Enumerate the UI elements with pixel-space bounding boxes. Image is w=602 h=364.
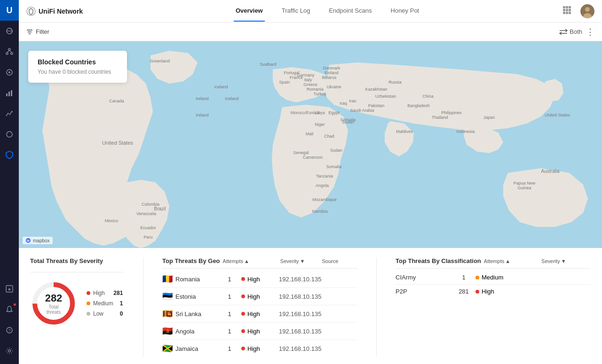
high-dot — [87, 291, 90, 295]
class-severity-sort-icon: ▼ — [561, 258, 566, 264]
svg-rect-19 — [563, 6, 565, 8]
svg-text:Spain: Spain — [279, 80, 290, 85]
svg-text:★: ★ — [8, 287, 11, 292]
svg-text:Tanzania: Tanzania — [316, 174, 333, 178]
low-dot — [87, 312, 90, 316]
class-attempts-header[interactable]: Attempts ▲ — [484, 258, 510, 264]
tab-traffic-log[interactable]: Traffic Log — [280, 0, 312, 22]
medium-dot — [87, 302, 90, 305]
filter-button[interactable]: Filter — [26, 28, 49, 35]
svg-text:Morocco: Morocco — [291, 110, 307, 115]
svg-text:Germany: Germany — [297, 73, 315, 77]
svg-text:Iraq: Iraq — [340, 101, 347, 106]
total-count: 282 — [42, 292, 65, 304]
tab-endpoint-scans[interactable]: Endpoint Scans — [327, 0, 373, 22]
severity-dot — [241, 347, 245, 350]
class-attempts-sort-icon: ▲ — [505, 258, 510, 264]
attempts-val: 1 — [218, 345, 241, 352]
direction-label: Both — [570, 28, 582, 35]
svg-text:Senegal: Senegal — [293, 150, 309, 155]
svg-text:Australia: Australia — [541, 169, 560, 174]
country-name: Angola — [175, 328, 218, 335]
attempts-sort-icon: ▲ — [244, 258, 249, 264]
svg-text:Finland: Finland — [325, 70, 339, 75]
svg-rect-25 — [563, 12, 565, 14]
high-label: High — [93, 290, 107, 296]
geo-title: Top Threats By Geo — [162, 257, 220, 264]
sidebar-item-analytics[interactable] — [0, 104, 19, 123]
sidebar-item-alerts[interactable] — [0, 125, 19, 144]
sidebar-item-devices[interactable] — [0, 63, 19, 82]
more-options-button[interactable]: ⋮ — [586, 27, 594, 37]
sidebar-item-back[interactable] — [0, 22, 19, 40]
svg-text:Greenland: Greenland — [150, 59, 170, 63]
source-cell: 192.168.10.135 — [279, 310, 321, 318]
blocked-card-subtitle: You have 0 blocked countries — [38, 69, 118, 75]
flag-romania: 🇷🇴 — [162, 274, 173, 284]
severity-cell: High — [241, 310, 279, 318]
svg-rect-27 — [569, 12, 571, 14]
svg-text:Ecuador: Ecuador — [140, 225, 156, 230]
sidebar-logo[interactable]: U — [0, 0, 19, 21]
geo-severity-header[interactable]: Severity ▼ — [280, 258, 305, 264]
svg-text:M: M — [27, 239, 30, 242]
source-cell: 192.168.10.135 — [279, 328, 321, 335]
svg-text:Thailand: Thailand — [432, 115, 448, 120]
donut-chart: 282 Total threats — [30, 280, 77, 327]
sidebar-item-settings[interactable] — [0, 341, 19, 360]
filter-label: Filter — [36, 28, 49, 35]
svg-text:Sudan: Sudan — [330, 148, 342, 153]
severity-dot — [241, 312, 245, 316]
svg-point-3 — [11, 53, 13, 54]
topnav: UniFi Network Overview Traffic Log Endpo… — [19, 0, 602, 23]
severity-cell: High — [241, 293, 279, 300]
unifi-logo-icon — [26, 7, 36, 16]
svg-text:Indonesia: Indonesia — [456, 129, 475, 134]
svg-text:Ireland: Ireland — [196, 113, 209, 117]
svg-rect-8 — [6, 93, 8, 96]
sidebar-item-stats[interactable] — [0, 84, 19, 102]
grid-apps-icon[interactable] — [562, 6, 571, 16]
svg-text:Chad: Chad — [324, 134, 334, 139]
world-map[interactable]: United States Canada Mexico Venezuela Co… — [19, 41, 602, 248]
sidebar-item-security[interactable] — [0, 146, 19, 164]
geo-attempts-header[interactable]: Attempts ▲ — [223, 258, 249, 264]
direction-toggle[interactable]: Both — [559, 28, 582, 35]
country-name: Estonia — [175, 293, 218, 300]
svg-text:Angola: Angola — [316, 183, 329, 188]
app-title: UniFi Network — [39, 8, 83, 15]
svg-line-4 — [7, 50, 9, 53]
svg-text:Canada: Canada — [109, 99, 124, 103]
sidebar-item-favorites[interactable]: ★ — [0, 279, 19, 298]
divider-1 — [143, 257, 143, 357]
app-logo: UniFi Network — [26, 7, 83, 16]
svg-text:Venezuela: Venezuela — [136, 211, 156, 216]
table-row: 🇪🇪 Estonia 1 High 192.168.10.135 — [162, 288, 357, 305]
sidebar-item-topology[interactable] — [0, 42, 19, 61]
svg-text:Pakistan: Pakistan — [368, 103, 385, 108]
total-label: Total threats — [42, 304, 65, 315]
tab-honey-pot[interactable]: Honey Pot — [389, 0, 421, 22]
mapbox-attribution: M mapbox — [23, 237, 53, 244]
flag-srilanka: 🇱🇰 — [162, 309, 173, 319]
svg-text:Guinea: Guinea — [517, 186, 531, 190]
svg-text:Libya: Libya — [315, 110, 325, 115]
blocked-countries-card: Blocked Countries You have 0 blocked cou… — [28, 51, 127, 83]
tab-overview[interactable]: Overview — [234, 0, 265, 22]
filter-icon — [26, 29, 33, 35]
sidebar-item-notifications[interactable] — [0, 300, 19, 319]
sidebar-item-help[interactable]: ? — [0, 321, 19, 340]
medium-label: Medium — [93, 300, 113, 307]
user-avatar[interactable] — [580, 4, 594, 18]
svg-point-1 — [8, 48, 10, 50]
svg-text:Saudi Arabia: Saudi Arabia — [350, 108, 374, 113]
country-name: Jamaica — [175, 345, 218, 352]
threat-legends: High 281 Medium 1 Low 0 — [87, 290, 123, 317]
class-attempts: 281 — [452, 288, 475, 295]
flag-estonia: 🇪🇪 — [162, 291, 173, 302]
attempts-val: 1 — [218, 276, 241, 283]
ubiquiti-logo-icon: U — [7, 6, 13, 15]
attempts-val: 1 — [218, 310, 241, 318]
svg-text:China: China — [422, 94, 434, 99]
class-severity-header[interactable]: Severity ▼ — [541, 258, 566, 264]
